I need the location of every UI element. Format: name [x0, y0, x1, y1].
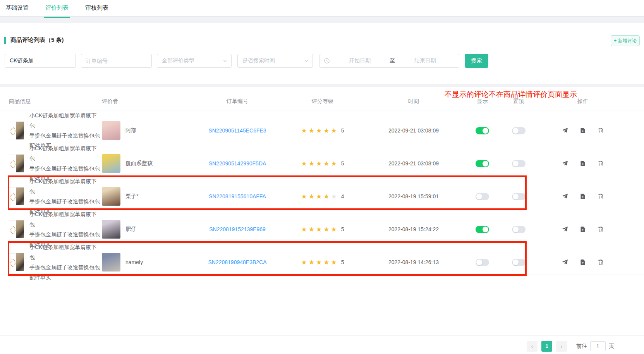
delete-trash-icon[interactable]	[598, 226, 604, 232]
product-thumbnail	[9, 220, 24, 238]
star-icon: ★	[301, 193, 307, 200]
product-thumbnail	[9, 122, 24, 139]
reviewer-cell: 栗子*	[102, 187, 199, 206]
review-time: 2022-09-21 03:08:09	[369, 160, 458, 167]
star-icon: ★	[309, 226, 314, 233]
star-icon: ★	[323, 226, 329, 233]
avatar	[102, 187, 120, 206]
star-icon: ★	[323, 127, 329, 134]
delete-trash-icon[interactable]	[598, 193, 604, 199]
reply-send-icon[interactable]	[562, 160, 568, 167]
show-toggle[interactable]	[476, 226, 489, 233]
order-number-input[interactable]	[81, 54, 152, 68]
search-button[interactable]: 搜索	[465, 54, 488, 68]
pin-toggle[interactable]	[512, 226, 526, 233]
bag-photo	[16, 122, 24, 139]
pagination-prev-button[interactable]: ‹	[527, 341, 538, 352]
goto-page-input[interactable]	[590, 341, 606, 351]
star-icon: ★	[309, 193, 314, 200]
table-row: 小CK链条加粗加宽单肩腋下包 手提包金属链子改造替换包包 配件单买 肥仔 SN2…	[0, 209, 644, 242]
bag-photo	[16, 220, 24, 238]
reviewer-cell: namely	[102, 253, 199, 272]
add-document-icon[interactable]	[580, 127, 586, 134]
chain-image	[9, 187, 16, 205]
delete-trash-icon[interactable]	[598, 127, 604, 134]
table-row: 小CK链条加粗加宽单肩腋下包 手提包金属链子改造替换包包 配件单买 覆面系蓝孩 …	[0, 143, 644, 176]
product-thumbnail	[9, 187, 24, 205]
reply-send-icon[interactable]	[562, 193, 568, 199]
bag-photo	[16, 155, 24, 172]
tab-basic-settings[interactable]: 基础设置	[4, 0, 30, 17]
reply-send-icon[interactable]	[562, 127, 568, 134]
reviewer-name: 肥仔	[125, 226, 136, 233]
search-time-placeholder: 是否搜索时间	[242, 57, 275, 64]
star-icon: ★	[331, 226, 337, 233]
show-toggle[interactable]	[476, 160, 489, 167]
pin-toggle[interactable]	[512, 127, 526, 134]
star-icon: ★	[316, 193, 322, 200]
pin-toggle[interactable]	[512, 193, 526, 200]
pagination: ‹ 1 › 前往 页	[527, 341, 614, 352]
chain-image	[9, 253, 16, 271]
add-document-icon[interactable]	[580, 193, 586, 199]
reviewer-cell: 肥仔	[102, 220, 199, 239]
review-admin-screen: 基础设置 评价列表 审核列表 商品评论列表（5 条) + 新增评论 全部评价类型…	[0, 0, 644, 354]
bag-photo	[16, 187, 24, 205]
chevron-down-icon	[223, 58, 227, 63]
star-icon: ★	[331, 259, 337, 266]
goto-label: 前往	[576, 343, 587, 350]
search-time-select[interactable]: 是否搜索时间	[237, 54, 313, 68]
star-icon: ★	[301, 259, 307, 266]
add-review-button[interactable]: + 新增评论	[611, 35, 640, 46]
table-row: 小CK链条加粗加宽单肩腋下包 手提包金属链子改造替换包包 配件单买 栗子* SN…	[0, 176, 644, 209]
star-icon: ★	[331, 127, 337, 134]
pagination-page-1[interactable]: 1	[541, 341, 552, 352]
order-number-link[interactable]: SN220905142990F5DA	[209, 160, 266, 167]
star-icon: ★	[316, 160, 322, 167]
start-date-placeholder: 开始日期	[330, 57, 390, 64]
review-table-panel: 不显示的评论不在商品详情评价页面显示 商品信息 评价者 订单编号 评分等级 时间…	[0, 87, 644, 354]
review-time: 2022-08-19 14:26:13	[369, 259, 458, 265]
star-icon: ★	[331, 160, 337, 167]
pagination-next-button[interactable]: ›	[556, 341, 567, 352]
star-icon: ★	[301, 160, 307, 167]
order-number-link[interactable]: SN220819152139E969	[209, 226, 266, 232]
delete-trash-icon[interactable]	[598, 160, 604, 167]
review-type-placeholder: 全部评价类型	[162, 57, 194, 64]
show-toggle[interactable]	[476, 127, 489, 134]
product-thumbnail	[9, 155, 24, 172]
review-type-select[interactable]: 全部评价类型	[157, 54, 232, 68]
actions-cell	[531, 193, 635, 199]
order-number-link[interactable]: SN2208190948E3B2CA	[208, 259, 266, 265]
tab-audit-list[interactable]: 审核列表	[84, 0, 110, 17]
delete-trash-icon[interactable]	[598, 259, 604, 265]
star-icon: ★	[301, 127, 307, 134]
col-header-rating: 评分等级	[276, 98, 369, 105]
keyword-input[interactable]	[5, 54, 76, 68]
add-document-icon[interactable]	[580, 226, 586, 232]
rating-value: 4	[341, 193, 344, 199]
tab-review-list[interactable]: 评价列表	[44, 0, 70, 17]
pin-toggle[interactable]	[512, 160, 526, 167]
add-document-icon[interactable]	[580, 160, 586, 167]
col-header-reviewer: 评价者	[102, 98, 199, 105]
show-toggle[interactable]	[476, 193, 489, 200]
rating-value: 5	[341, 127, 344, 134]
reply-send-icon[interactable]	[562, 259, 568, 265]
star-icon: ★	[316, 259, 322, 266]
add-document-icon[interactable]	[580, 259, 586, 265]
bag-photo	[16, 253, 24, 271]
reviewer-name: 覆面系蓝孩	[125, 160, 153, 167]
reply-send-icon[interactable]	[562, 226, 568, 232]
date-range-picker[interactable]: 开始日期 至 结束日期	[319, 54, 459, 68]
actions-cell	[531, 259, 635, 265]
reviewer-cell: 阿部	[102, 121, 199, 140]
pin-toggle[interactable]	[512, 259, 526, 266]
star-icon: ★	[309, 127, 314, 134]
rating-value: 5	[341, 226, 344, 232]
star-icon: ★	[323, 160, 329, 167]
show-toggle[interactable]	[476, 259, 489, 266]
order-number-link[interactable]: SN2209051145EC6FE3	[208, 127, 266, 134]
order-number-link[interactable]: SN220819155610AFFA	[209, 193, 266, 199]
tab-bar: 基础设置 评价列表 审核列表	[0, 0, 644, 17]
